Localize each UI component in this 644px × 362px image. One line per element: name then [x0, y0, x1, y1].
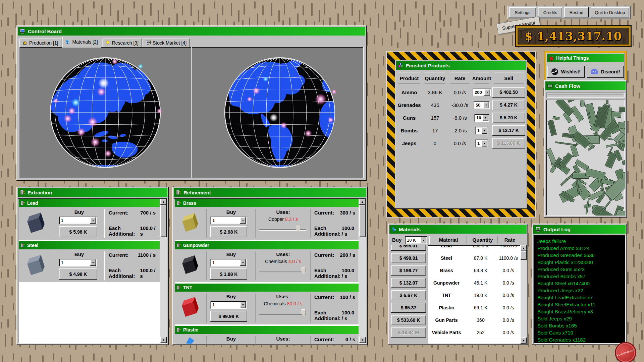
quit-to-desktop-button[interactable]: Quit to Desktop — [591, 7, 629, 17]
chevron-down-icon[interactable]: ▼ — [240, 302, 246, 308]
log-line: Produced Jeeps x22 — [537, 287, 622, 294]
scroll-up-button[interactable]: ▲ — [359, 199, 366, 205]
refinement-scrollbar[interactable]: ▲ ▼ — [359, 199, 366, 343]
scroll-down-button[interactable]: ▼ — [521, 338, 527, 344]
gift-icon — [398, 63, 404, 68]
sell-grenades-button[interactable]: $ 4.27 K — [492, 100, 525, 110]
computer-icon — [20, 29, 25, 34]
chevron-down-icon[interactable]: ▼ — [240, 259, 246, 266]
sell-ammo-button[interactable]: $ 402.50 — [492, 87, 525, 98]
buy-vehicle-parts-button[interactable]: $ 13.34 M — [391, 327, 426, 338]
scrollbar-thumb[interactable] — [521, 251, 527, 260]
scroll-up-button[interactable]: ▲ — [160, 199, 167, 205]
restart-button[interactable]: Restart — [564, 7, 588, 17]
chevron-down-icon[interactable]: ▼ — [484, 89, 490, 96]
table-row-tnt: $ 6.67 K TNT 19.0 K 0.0 /s — [389, 289, 521, 301]
refinement-window: Refinement Brass Buy 1 ▼ $ 2.98 K — [172, 187, 368, 345]
bombs-amount-dropdown[interactable]: 1▼ — [475, 127, 488, 134]
lead-buy-button[interactable]: $ 5.98 K — [59, 226, 97, 237]
current-label: Current: — [314, 252, 334, 258]
material-quantity: 298.0 K — [465, 245, 496, 252]
falling-money-area — [546, 100, 625, 216]
buy-plastic-button[interactable]: $ 65.37 — [391, 303, 426, 313]
grenades-amount-dropdown[interactable]: 50▼ — [474, 101, 490, 109]
product-quantity: 0 — [422, 137, 448, 149]
machine-icon — [20, 201, 25, 205]
extraction-scrollbar[interactable]: ▲ ▼ — [160, 199, 167, 343]
tab-materials[interactable]: Materials [2] — [62, 37, 101, 47]
buy-steel-button[interactable]: $ 498.01 — [391, 253, 426, 263]
tnt-uses-slider[interactable] — [259, 312, 306, 316]
control-board-window: Control Board Production [1] Materials [… — [16, 25, 367, 181]
chevron-down-icon[interactable]: ▼ — [90, 217, 96, 224]
buy-lead-button[interactable]: $ 598.01 — [391, 245, 426, 251]
buy-brass-button[interactable]: $ 198.77 — [391, 265, 426, 276]
chevron-down-icon[interactable]: ▼ — [482, 127, 487, 134]
money-bill — [562, 133, 574, 138]
table-row-gunpowder: $ 132.07 Gunpowder 45.1 K 0.0 /s — [389, 277, 521, 289]
money-bill — [580, 100, 585, 107]
table-row-plastic: $ 65.37 Plastic 69.1 K 0.0 /s — [389, 301, 521, 314]
wishlist-button[interactable]: Wishlist! — [547, 66, 585, 78]
slider-thumb[interactable] — [302, 267, 306, 274]
steel-cube-icon — [24, 253, 47, 276]
lead-buy-amount-dropdown[interactable]: 1 ▼ — [59, 217, 97, 224]
steel-buy-amount-dropdown[interactable]: 1 ▼ — [59, 259, 97, 266]
table-row-guns: Guns 157 -8.0 /s 10▼ $ 5.70 K — [396, 111, 526, 124]
brass-buy-amount-dropdown[interactable]: 1 ▼ — [210, 217, 247, 224]
computer-icon — [535, 227, 541, 232]
tab-production[interactable]: Production [1] — [19, 39, 61, 47]
chevron-down-icon[interactable]: ▼ — [483, 102, 489, 108]
material-rate: 1100.0 /s — [496, 252, 521, 264]
gunpowder-buy-button[interactable]: $ 1.98 K — [210, 268, 247, 280]
brass-uses-slider[interactable] — [259, 228, 306, 231]
current-label: Current: — [109, 210, 128, 216]
chevron-down-icon[interactable]: ▼ — [483, 115, 488, 121]
settings-button[interactable]: Settings — [509, 7, 536, 17]
table-row-lead: $ 598.01 Lead 298.0 K 700.0 /s — [389, 245, 521, 252]
material-name: Lead — [428, 245, 465, 252]
scroll-down-button[interactable]: ▼ — [160, 337, 167, 343]
slider-thumb[interactable] — [302, 309, 306, 316]
scrollbar-thumb[interactable] — [160, 205, 167, 237]
chevron-down-icon[interactable]: ▼ — [240, 217, 246, 224]
product-quantity: 435 — [422, 99, 448, 111]
scroll-down-button[interactable]: ▼ — [359, 337, 366, 343]
materials-scrollbar[interactable]: ▲ ▼ — [521, 245, 527, 344]
chevron-down-icon[interactable]: ▼ — [90, 259, 96, 266]
gunpowder-uses-slider[interactable] — [259, 270, 306, 274]
slider-thumb[interactable] — [296, 225, 300, 232]
uses-rate: 4.0 / s — [288, 259, 301, 264]
buy-label: Buy — [207, 336, 255, 342]
buy-label: Buy — [392, 237, 401, 243]
ammo-amount-dropdown[interactable]: 200▼ — [473, 88, 491, 96]
discord-button[interactable]: Discord! — [587, 66, 624, 78]
brass-titlebar: Brass — [175, 199, 359, 207]
buy-tnt-button[interactable]: $ 6.67 K — [391, 290, 426, 300]
brass-buy-button[interactable]: $ 2.98 K — [210, 226, 247, 237]
tnt-buy-button[interactable]: $ 99.98 K — [210, 311, 247, 322]
scroll-up-button[interactable]: ▲ — [521, 245, 527, 251]
chevron-down-icon[interactable]: ▼ — [482, 140, 487, 146]
helpful-things-frame: Helpful Things Wishlist! Discord! — [544, 51, 627, 83]
sell-guns-button[interactable]: $ 5.70 K — [492, 113, 525, 123]
buy-gun-parts-button[interactable]: $ 533.60 K — [391, 315, 426, 325]
tab-stock-market[interactable]: Stock Market [4] — [143, 39, 190, 47]
log-line: Sold Bombs x165 — [537, 322, 622, 329]
sell-bombs-button[interactable]: $ 12.17 K — [492, 125, 525, 136]
chevron-down-icon[interactable]: ▼ — [421, 237, 426, 243]
credits-button[interactable]: Credits — [538, 7, 562, 17]
guns-amount-dropdown[interactable]: 10▼ — [474, 114, 489, 122]
scrollbar-thumb[interactable] — [359, 205, 366, 237]
jeeps-amount-dropdown[interactable]: 1▼ — [475, 139, 488, 147]
tab-research[interactable]: Research [3] — [102, 39, 142, 47]
materials-buy-amount-dropdown[interactable]: 10 K ▼ — [405, 236, 427, 244]
buy-gunpowder-button[interactable]: $ 132.07 — [391, 278, 426, 288]
machine-icon — [20, 243, 25, 248]
sell-jeeps-button[interactable]: $ 113.06 K — [492, 138, 525, 148]
uses-label: Uses: — [256, 294, 310, 299]
tnt-buy-amount-dropdown[interactable]: 1 ▼ — [210, 301, 247, 309]
gunpowder-buy-amount-dropdown[interactable]: 1 ▼ — [210, 259, 247, 266]
steel-buy-button[interactable]: $ 4.98 K — [59, 268, 97, 280]
product-rate: -8.0 /s — [448, 111, 472, 124]
